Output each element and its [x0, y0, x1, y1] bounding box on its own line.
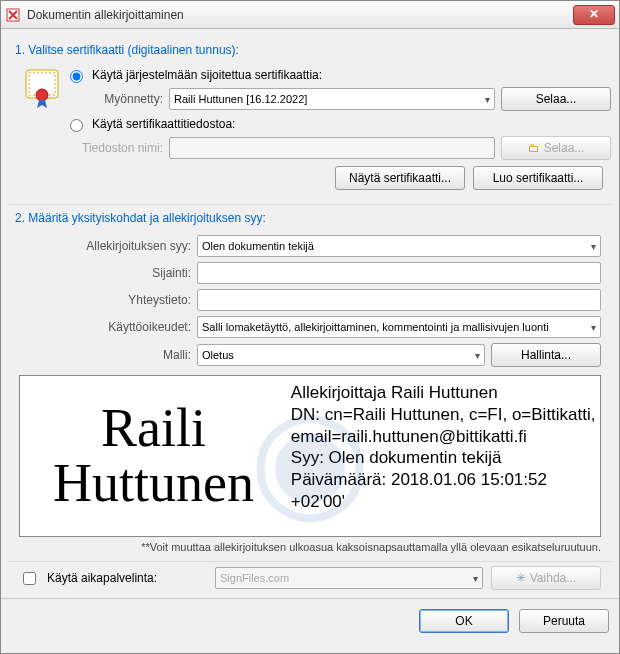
- preview-line-date: Päivämäärä: 2018.01.06 15:01:52 +02'00': [291, 469, 596, 513]
- close-button[interactable]: ✕: [573, 5, 615, 25]
- signature-preview[interactable]: ◉ Raili Huttunen Allekirjoittaja Raili H…: [19, 375, 601, 537]
- location-input[interactable]: [197, 262, 601, 284]
- preview-line-reason: Syy: Olen dokumentin tekijä: [291, 447, 596, 469]
- template-value: Oletus: [202, 349, 234, 361]
- contact-label: Yhteystieto:: [19, 293, 191, 307]
- browse-cert-button[interactable]: Selaa...: [501, 87, 611, 111]
- issued-combo[interactable]: Raili Huttunen [16.12.2022] ▾: [169, 88, 495, 110]
- radio-system-cert[interactable]: [70, 70, 83, 83]
- perm-combo[interactable]: Salli lomaketäyttö, allekirjoittaminen, …: [197, 316, 601, 338]
- timeserver-checkbox[interactable]: [23, 572, 36, 585]
- titlebar: Dokumentin allekirjoittaminen ✕: [1, 1, 619, 29]
- file-label: Tiedoston nimi:: [79, 141, 163, 155]
- issued-value: Raili Huttunen [16.12.2022]: [174, 93, 307, 105]
- cancel-button[interactable]: Peruuta: [519, 609, 609, 633]
- ok-button[interactable]: OK: [419, 609, 509, 633]
- chevron-down-icon: ▾: [485, 94, 490, 105]
- radio-file-cert-label: Käytä sertifikaattitiedostoa:: [92, 117, 235, 131]
- browse-file-button: 🗀 Selaa...: [501, 136, 611, 160]
- reason-label: Allekirjoituksen syy:: [19, 239, 191, 253]
- file-input: [169, 137, 495, 159]
- reason-combo[interactable]: Olen dokumentin tekijä ▾: [197, 235, 601, 257]
- show-cert-button[interactable]: Näytä sertifikaatti...: [335, 166, 465, 190]
- template-combo[interactable]: Oletus ▾: [197, 344, 485, 366]
- svg-point-2: [36, 89, 48, 101]
- section2-title: 2. Määritä yksityiskohdat ja allekirjoit…: [15, 211, 611, 225]
- chevron-down-icon: ▾: [473, 573, 478, 584]
- folder-icon: 🗀: [528, 141, 540, 155]
- dialog-footer: OK Peruuta: [1, 598, 619, 643]
- timeserver-combo: SignFiles.com ▾: [215, 567, 483, 589]
- timeserver-value: SignFiles.com: [220, 572, 289, 584]
- radio-file-cert[interactable]: [70, 119, 83, 132]
- reason-value: Olen dokumentin tekijä: [202, 240, 314, 252]
- preview-name: Raili Huttunen: [20, 376, 287, 536]
- section1-title: 1. Valitse sertifikaatti (digitaalinen t…: [15, 43, 611, 57]
- window-title: Dokumentin allekirjoittaminen: [27, 8, 573, 22]
- radio-system-cert-label: Käytä järjestelmään sijoitettua sertifik…: [92, 68, 322, 82]
- preview-details: Allekirjoittaja Raili Huttunen DN: cn=Ra…: [287, 376, 600, 536]
- dialog-window: Dokumentin allekirjoittaminen ✕ 1. Valit…: [0, 0, 620, 654]
- manage-template-button[interactable]: Hallinta...: [491, 343, 601, 367]
- chevron-down-icon: ▾: [591, 241, 596, 252]
- preview-line-dn: DN: cn=Raili Huttunen, c=FI, o=Bittikatt…: [291, 404, 596, 448]
- preview-line-signer: Allekirjoittaja Raili Huttunen: [291, 382, 596, 404]
- chevron-down-icon: ▾: [591, 322, 596, 333]
- globe-icon: ✳: [516, 571, 526, 585]
- app-icon: [5, 7, 21, 23]
- preview-hint: **Voit muuttaa allekirjoituksen ulkoasua…: [9, 541, 601, 553]
- location-label: Sijainti:: [19, 266, 191, 280]
- create-cert-button[interactable]: Luo sertifikaatti...: [473, 166, 603, 190]
- perm-value: Salli lomaketäyttö, allekirjoittaminen, …: [202, 321, 549, 333]
- perm-label: Käyttöoikeudet:: [19, 320, 191, 334]
- template-label: Malli:: [19, 348, 191, 362]
- change-timeserver-button: ✳ Vaihda...: [491, 566, 601, 590]
- certificate-icon: [25, 67, 65, 112]
- timeserver-label: Käytä aikapalvelinta:: [47, 571, 207, 585]
- chevron-down-icon: ▾: [475, 350, 480, 361]
- issued-label: Myönnetty:: [79, 92, 163, 106]
- contact-input[interactable]: [197, 289, 601, 311]
